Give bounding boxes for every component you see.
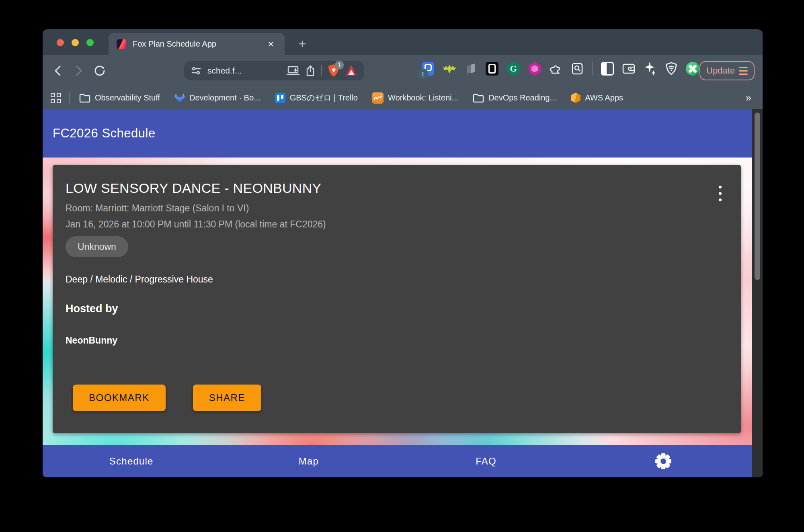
back-button[interactable] [49, 62, 67, 80]
shield-badge: 1 [335, 61, 344, 70]
forward-button[interactable] [70, 62, 88, 80]
brave-shield-icon[interactable]: 1 [328, 64, 340, 78]
bookmark-development[interactable]: Development · Bo... [174, 93, 260, 103]
nav-settings[interactable] [575, 445, 752, 477]
vpn-shield-icon[interactable] [665, 62, 678, 76]
wallet-icon[interactable] [622, 62, 636, 76]
share-button[interactable]: SHARE [193, 385, 261, 411]
install-app-icon[interactable] [287, 65, 299, 76]
update-menu-button[interactable]: Update [699, 61, 755, 80]
folder-icon [473, 93, 484, 103]
nav-faq[interactable]: FAQ [398, 445, 575, 477]
minimize-window-button[interactable] [72, 39, 79, 46]
browser-tab[interactable]: Fox Plan Schedule App ✕ [109, 33, 285, 55]
bookmarks-overflow-chevron[interactable]: » [746, 92, 751, 104]
brave-rewards-icon[interactable] [345, 65, 357, 76]
extensions-puzzle-icon[interactable] [549, 62, 563, 76]
folder-icon [79, 93, 90, 103]
browser-toolbar: sched.f... 1 1 G [43, 55, 763, 86]
sidebar-toggle-icon[interactable] [601, 62, 614, 76]
address-bar[interactable]: sched.f... 1 [184, 61, 364, 80]
reader-extension-icon[interactable] [464, 62, 478, 76]
bat-extension-icon[interactable] [443, 62, 456, 76]
zoom-window-button[interactable] [86, 39, 94, 46]
site-favicon-icon [117, 39, 126, 49]
event-card: LOW SENSORY DANCE - NEONBUNNY Room: Marr… [53, 165, 741, 433]
trello-icon [275, 93, 285, 103]
gitlab-icon [174, 93, 185, 103]
gear-icon [655, 453, 671, 469]
workbook-icon [372, 92, 384, 104]
event-datetime: Jan 16, 2026 at 10:00 PM until 11:30 PM … [66, 218, 728, 231]
bookmark-button[interactable]: BOOKMARK [73, 385, 166, 411]
sharing-extension-icon[interactable] [686, 62, 699, 76]
password-manager-extension-icon[interactable]: 1 [421, 62, 435, 76]
toolbar-divider [592, 62, 593, 76]
bookmark-devops-reading[interactable]: DevOps Reading... [473, 93, 556, 103]
search-page-extension-icon[interactable] [570, 62, 584, 76]
bookmarks-divider [69, 92, 70, 104]
hex-extension-icon[interactable] [528, 62, 541, 76]
page-scrollbar[interactable] [752, 109, 763, 477]
reload-button[interactable] [91, 62, 109, 80]
tab-title: Fox Plan Schedule App [133, 39, 259, 49]
nav-map[interactable]: Map [220, 445, 397, 477]
bookmark-aws-apps[interactable]: AWS Apps [571, 93, 623, 103]
status-badge: Unknown [66, 236, 128, 257]
menu-hamburger-icon [739, 67, 748, 75]
bookmark-workbook[interactable]: Workbook: Listeni... [372, 92, 458, 104]
browser-window: Fox Plan Schedule App ✕ + sched.f... [43, 29, 763, 477]
host-name: NeonBunny [66, 335, 728, 346]
bookmark-trello[interactable]: GBSのゼロ | Trello [275, 92, 358, 103]
page-viewport: FC2026 Schedule LOW SENSORY DANCE - NEON… [43, 109, 763, 477]
browser-titlebar: Fox Plan Schedule App ✕ + [43, 29, 763, 55]
extension-badge: 1 [418, 69, 428, 79]
scrollbar-thumb[interactable] [755, 113, 760, 280]
bottom-nav: Schedule Map FAQ [43, 445, 752, 477]
bookmarks-bar: Observability Stuff Development · Bo... … [43, 86, 763, 109]
leo-ai-icon[interactable] [643, 62, 657, 76]
card-menu-button[interactable] [711, 182, 729, 204]
close-window-button[interactable] [57, 39, 64, 46]
hosted-by-heading: Hosted by [66, 303, 728, 315]
update-label: Update [706, 65, 735, 76]
share-icon[interactable] [305, 65, 316, 77]
dark-mode-extension-icon[interactable] [485, 62, 499, 76]
window-controls [57, 39, 94, 46]
url-text[interactable]: sched.f... [207, 66, 281, 76]
page-title: FC2026 Schedule [53, 126, 156, 141]
app-header: FC2026 Schedule [43, 109, 752, 158]
bookmark-observability[interactable]: Observability Stuff [79, 93, 160, 103]
site-settings-icon[interactable] [191, 65, 202, 76]
grammarly-extension-icon[interactable]: G [507, 62, 520, 76]
event-genre: Deep / Melodic / Progressive House [66, 274, 728, 285]
urlbar-divider [321, 65, 322, 76]
tab-close-icon[interactable]: ✕ [265, 39, 277, 49]
event-title: LOW SENSORY DANCE - NEONBUNNY [66, 179, 728, 197]
nav-schedule[interactable]: Schedule [43, 445, 220, 477]
extensions-row: 1 G [421, 62, 699, 76]
aws-cube-icon [571, 93, 580, 103]
event-room: Room: Marriott: Marriott Stage (Salon I … [66, 202, 728, 215]
page-background: LOW SENSORY DANCE - NEONBUNNY Room: Marr… [43, 158, 752, 445]
app-grid-icon[interactable] [51, 93, 61, 103]
new-tab-button[interactable]: + [294, 36, 310, 52]
